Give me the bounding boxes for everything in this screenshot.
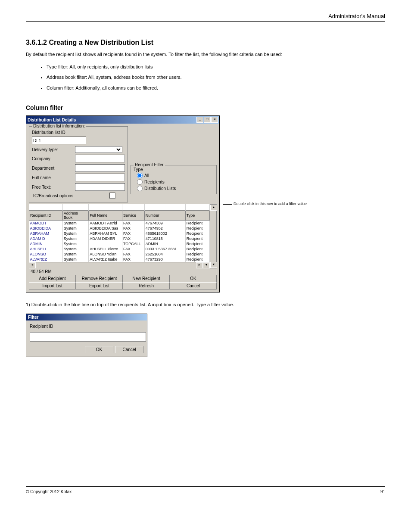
close-icon[interactable]: ×	[211, 117, 218, 123]
annotation-callout: Double click in this row to add a filter…	[223, 202, 307, 206]
filter-label: Recipient ID	[30, 324, 143, 329]
table-row[interactable]: ABRAHAMSystemABRAHAM SYLFAX4865618002Rec…	[29, 231, 210, 236]
table-row[interactable]: AHLSELLSystemAHLSELL PierreFAX0033 1 536…	[29, 246, 210, 252]
fullname-input[interactable]	[75, 174, 125, 181]
bullet-item: Address book filter: All, system, addres…	[47, 74, 385, 81]
recipient-filter-label: Recipient Filter	[134, 162, 165, 167]
dist-id-input[interactable]	[32, 137, 86, 144]
window-title: Distribution List Details	[28, 118, 76, 122]
new-recipient-button[interactable]: New Recipient	[123, 275, 170, 282]
col-service[interactable]: Service	[122, 211, 144, 221]
table-row[interactable]: ALVAREZSystemALVAREZ IsabeFAX47673290Rec…	[29, 257, 210, 262]
company-input[interactable]	[75, 155, 125, 162]
radio-dist-lists[interactable]	[137, 186, 143, 191]
company-label: Company	[32, 156, 75, 161]
page-number: 91	[380, 489, 385, 494]
scroll-down-corner-icon[interactable]: ▼	[203, 262, 210, 268]
intro-text: By default the recipient list shows all …	[26, 51, 385, 58]
group-label: Distribution list information:	[32, 124, 86, 128]
tc-broadcast-label: TC/Broadcast options	[32, 193, 109, 198]
copyright: © Copyright 2012 Kofax	[26, 489, 72, 494]
table-row[interactable]: AAMODTSystemAAMODT AstridFAX47674309Reci…	[29, 221, 210, 226]
grid-header-row[interactable]: Recipient ID Address Book Full Name Serv…	[29, 211, 210, 221]
recipient-filter-group: Recipient Filter Type All Recipients Dis…	[131, 165, 217, 194]
bullet-list: Type filter: All, only recipients, only …	[26, 63, 385, 92]
section-number-title: 3.6.1.2 Creating a New Distribution List	[26, 39, 385, 47]
filter-dialog: Filter Recipient ID OK Cancel	[26, 314, 147, 357]
import-list-button[interactable]: Import List	[29, 282, 76, 289]
department-input[interactable]	[75, 164, 125, 172]
filter-cancel-button[interactable]: Cancel	[115, 346, 143, 353]
scroll-left-icon[interactable]: ◄	[29, 262, 36, 268]
maximize-icon[interactable]: □	[204, 117, 211, 123]
table-row[interactable]: ABIOBEIDASystemABIOBEIDA SasFAX47674952R…	[29, 226, 210, 231]
bullet-item: Type filter: All, only recipients, only …	[47, 63, 385, 71]
step-1-text: 1) Double-click in the blue line on top …	[26, 301, 385, 308]
freetext-label: Free Text:	[32, 185, 75, 190]
distribution-list-window: Distribution List Details _ □ × Distribu…	[26, 115, 220, 292]
col-recipient-id[interactable]: Recipient ID	[29, 211, 63, 221]
refresh-button[interactable]: Refresh	[123, 282, 170, 289]
grid-filter-row[interactable]	[29, 204, 210, 211]
filter-dialog-title[interactable]: Filter	[26, 314, 147, 320]
recipient-grid[interactable]: Recipient ID Address Book Full Name Serv…	[29, 204, 210, 262]
page-footer: © Copyright 2012 Kofax 91	[26, 486, 385, 494]
delivery-type-label: Delivery type:	[32, 147, 75, 152]
horizontal-scrollbar[interactable]: ◄ ► ▼	[29, 262, 210, 268]
scroll-down-icon[interactable]: ▼	[210, 262, 217, 268]
annotation-text: Double click in this row to add a filter…	[234, 202, 307, 206]
filter-ok-button[interactable]: OK	[85, 346, 113, 353]
column-filter-heading: Column filter	[26, 104, 385, 111]
radio-recipients[interactable]	[137, 179, 143, 185]
filter-input[interactable]	[30, 332, 146, 342]
dist-id-label: Distribution list ID	[32, 130, 75, 135]
col-number[interactable]: Number	[144, 211, 185, 221]
table-row[interactable]: ALONSOSystemALONSO YolanFAX26251604Recip…	[29, 252, 210, 257]
scroll-up-icon[interactable]: ▲	[210, 205, 217, 211]
minimize-icon[interactable]: _	[196, 117, 203, 123]
ok-button[interactable]: OK	[170, 275, 217, 282]
vertical-scrollbar[interactable]: ▲ ▼	[210, 204, 217, 268]
remove-recipient-button[interactable]: Remove Recipient	[76, 275, 123, 282]
cancel-button[interactable]: Cancel	[170, 282, 217, 289]
table-row[interactable]: ADMINSystemTOPCALLADMINRecipient	[29, 241, 210, 246]
col-type[interactable]: Type	[185, 211, 209, 221]
delivery-type-select[interactable]	[75, 146, 122, 153]
page-header: Administrator's Manual	[26, 13, 385, 22]
manual-title: Administrator's Manual	[328, 13, 385, 19]
col-address-book[interactable]: Address Book	[62, 211, 88, 221]
table-row[interactable]: ADAM DSystemADAM DIDIERFAX47110815Recipi…	[29, 236, 210, 241]
tc-broadcast-checkbox[interactable]	[109, 193, 115, 199]
add-recipient-button[interactable]: Add Recipient	[29, 275, 76, 282]
bullet-item: Column filter: Additionally, all columns…	[47, 84, 385, 92]
fullname-label: Full name	[32, 175, 75, 180]
export-list-button[interactable]: Export List	[76, 282, 123, 289]
department-label: Department	[32, 166, 75, 171]
type-sublabel: Type	[134, 167, 214, 172]
dist-info-group: Distribution list information: Distribut…	[29, 126, 128, 202]
col-full-name[interactable]: Full Name	[89, 211, 122, 221]
status-bar: 40 / 54 RM	[29, 268, 217, 275]
window-titlebar[interactable]: Distribution List Details _ □ ×	[26, 116, 219, 124]
freetext-input[interactable]	[75, 183, 125, 191]
scroll-right-icon[interactable]: ►	[196, 262, 203, 268]
radio-all[interactable]	[137, 173, 143, 178]
